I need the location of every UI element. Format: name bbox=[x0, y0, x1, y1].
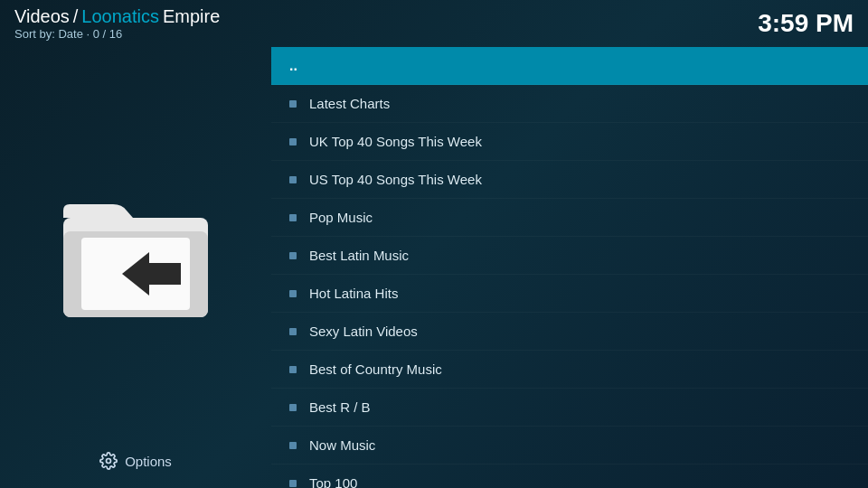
main-content: Options .. Latest ChartsUK Top 40 Songs … bbox=[0, 47, 868, 488]
list-item[interactable]: Best Latin Music bbox=[271, 237, 868, 275]
sidebar: Options bbox=[0, 47, 271, 488]
list-bullet-icon bbox=[289, 138, 297, 145]
list-item[interactable]: Top 100 bbox=[271, 465, 868, 488]
list-item[interactable]: Best of Country Music bbox=[271, 351, 868, 389]
subtitle-count: 0 / 16 bbox=[93, 27, 123, 41]
list-item-label: Hot Latina Hits bbox=[309, 286, 398, 301]
list-item-label: Latest Charts bbox=[309, 96, 390, 111]
list-item[interactable]: Best R / B bbox=[271, 389, 868, 427]
folder-icon-container bbox=[59, 65, 212, 452]
subtitle-separator: · bbox=[87, 27, 93, 41]
list-item-label: UK Top 40 Songs This Week bbox=[309, 134, 482, 149]
list-bullet-icon bbox=[289, 214, 297, 221]
list-item-label: Best R / B bbox=[309, 399, 371, 415]
list-panel[interactable]: .. Latest ChartsUK Top 40 Songs This Wee… bbox=[271, 47, 868, 488]
list-bullet-icon bbox=[289, 442, 297, 449]
list-item[interactable]: Hot Latina Hits bbox=[271, 275, 868, 313]
list-item-label: Sexy Latin Videos bbox=[309, 324, 418, 339]
list-item-label: Best of Country Music bbox=[309, 361, 442, 377]
list-item-label: Now Music bbox=[309, 437, 375, 453]
list-bullet-icon bbox=[289, 100, 297, 108]
list-bullet-icon bbox=[289, 404, 297, 411]
list-item[interactable]: Latest Charts bbox=[271, 85, 868, 123]
list-bullet-icon bbox=[289, 176, 297, 183]
list-item-label: Pop Music bbox=[309, 210, 373, 225]
title-empire: Empire bbox=[163, 6, 220, 27]
list-bullet-icon bbox=[289, 252, 297, 259]
list-item-label: Top 100 bbox=[309, 475, 357, 488]
list-bullet-icon bbox=[289, 290, 297, 297]
header: Videos / Loonatics Empire Sort by: Date … bbox=[0, 0, 868, 47]
list-item-label: Best Latin Music bbox=[309, 248, 409, 263]
list-item[interactable]: Pop Music bbox=[271, 199, 868, 237]
app-container: Videos / Loonatics Empire Sort by: Date … bbox=[0, 0, 868, 488]
list-item[interactable]: UK Top 40 Songs This Week bbox=[271, 123, 868, 161]
title-videos: Videos bbox=[14, 6, 70, 27]
header-subtitle: Sort by: Date · 0 / 16 bbox=[14, 27, 220, 41]
title-separator: / bbox=[73, 6, 79, 27]
subtitle-sort: Sort by: Date bbox=[14, 27, 83, 41]
list-item[interactable]: US Top 40 Songs This Week bbox=[271, 161, 868, 199]
list-bullet-icon bbox=[289, 328, 297, 335]
list-items-container: Latest ChartsUK Top 40 Songs This WeekUS… bbox=[271, 85, 868, 488]
back-dots: .. bbox=[289, 58, 297, 74]
folder-icon bbox=[59, 191, 212, 326]
svg-point-4 bbox=[107, 459, 111, 464]
options-label: Options bbox=[125, 454, 172, 469]
header-title: Videos / Loonatics Empire bbox=[14, 6, 220, 27]
list-bullet-icon bbox=[289, 480, 297, 487]
options-bar[interactable]: Options bbox=[81, 452, 190, 470]
list-item-label: US Top 40 Songs This Week bbox=[309, 172, 482, 187]
clock: 3:59 PM bbox=[758, 9, 854, 38]
list-bullet-icon bbox=[289, 366, 297, 373]
gear-icon bbox=[99, 452, 118, 470]
list-item[interactable]: Now Music bbox=[271, 427, 868, 465]
header-left: Videos / Loonatics Empire Sort by: Date … bbox=[14, 6, 220, 41]
title-loonatics: Loonatics bbox=[81, 6, 159, 27]
back-item[interactable]: .. bbox=[271, 47, 868, 85]
list-item[interactable]: Sexy Latin Videos bbox=[271, 313, 868, 351]
